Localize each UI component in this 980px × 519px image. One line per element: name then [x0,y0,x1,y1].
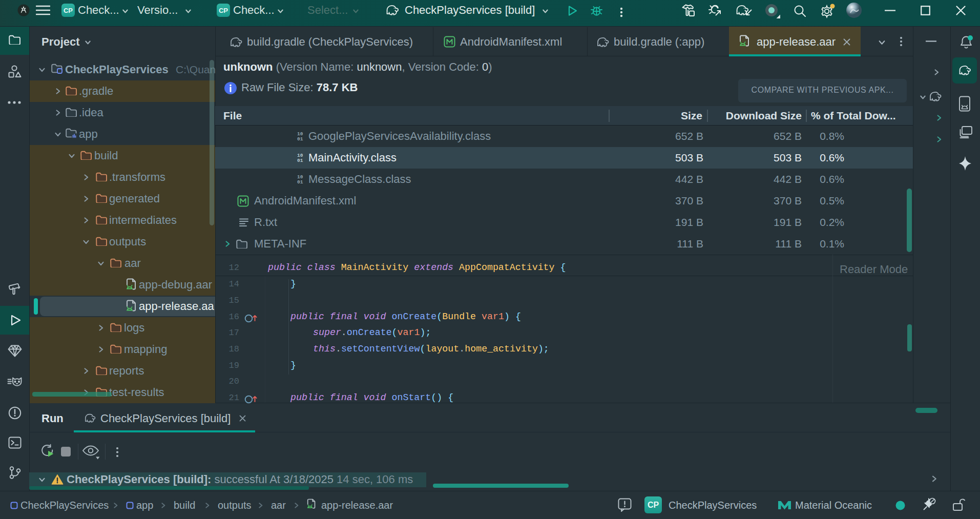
svg-text:01: 01 [297,136,303,142]
svg-text:01: 01 [297,158,303,163]
svg-text:01: 01 [297,179,303,185]
